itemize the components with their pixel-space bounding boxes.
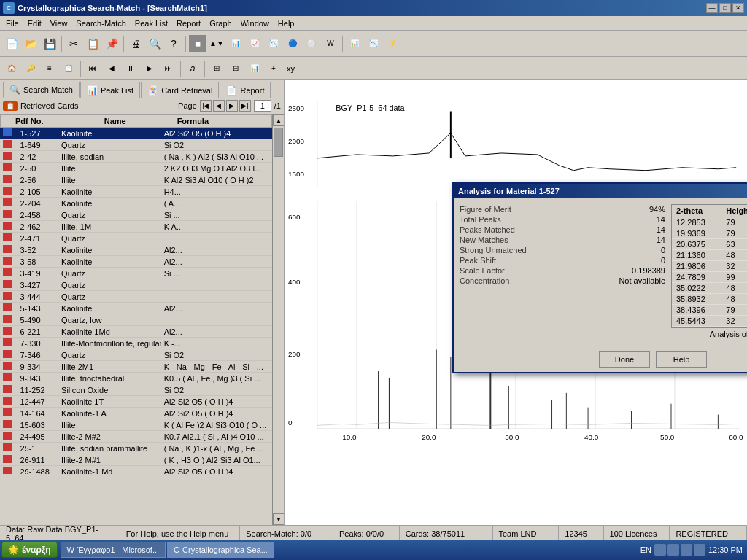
toolbar-copy[interactable]: 📋 (84, 35, 101, 52)
toolbar-b11[interactable]: ⚡ (384, 35, 401, 52)
done-button[interactable]: Done (599, 351, 650, 368)
table-row[interactable]: 2-56 Illite K Al2 Si3 Al O10 ( O H )2 (0, 174, 272, 186)
table-row[interactable]: 3-444 Quartz (0, 291, 272, 303)
toolbar-b8[interactable]: W (322, 35, 339, 52)
table-row[interactable]: 2-204 Kaolinite ( A... (0, 198, 272, 209)
tab-peak-list[interactable]: 📊 Peak List (80, 82, 140, 98)
col-name[interactable]: Name (101, 115, 174, 128)
gt-next[interactable]: ▶ (141, 60, 158, 77)
table-row[interactable]: 26-911 Illite-2 M#1 ( K , H3 O ) Al2 Si3… (0, 454, 272, 466)
menu-help[interactable]: Help (274, 18, 299, 29)
toolbar-b1[interactable]: ◼ (189, 35, 206, 52)
toolbar-b3[interactable]: 📊 (227, 35, 244, 52)
table-row[interactable]: 6-221 Kaolinite 1Md Al2... (0, 326, 272, 338)
toolbar-b6[interactable]: 🔵 (284, 35, 301, 52)
gt-b1[interactable]: ⊟ (227, 60, 244, 77)
gt-italic[interactable]: a (184, 60, 201, 77)
gt-btn1[interactable]: 🏠 (3, 60, 20, 77)
table-row[interactable]: 2-458 Quartz Si ... (0, 209, 272, 221)
toolbar-b10[interactable]: 📉 (365, 35, 382, 52)
svg-text:600: 600 (288, 213, 301, 221)
toolbar-b5[interactable]: 📉 (265, 35, 282, 52)
toolbar-new[interactable]: 📄 (3, 35, 20, 52)
tab-card-retrieval[interactable]: 🃏 Card Retrieval (141, 82, 219, 98)
menu-window[interactable]: Window (236, 18, 274, 29)
table-row[interactable]: 5-143 Kaolinite Al2... (0, 303, 272, 314)
table-row[interactable]: 11-252 Silicon Oxide Si O2 (0, 384, 272, 396)
menu-peak-list[interactable]: Peak List (131, 18, 172, 29)
gt-btn4[interactable]: 📋 (60, 60, 77, 77)
table-row[interactable]: 2-105 Kaolinite H4... (0, 186, 272, 198)
col-pdf[interactable]: Pdf No. (12, 115, 101, 128)
taskbar-crystallographica[interactable]: C Crystallographica Sea... (167, 542, 274, 558)
toolbar-b7[interactable]: ⚪ (303, 35, 320, 52)
menu-view[interactable]: View (46, 18, 72, 29)
toolbar-b2[interactable]: ▲▼ (208, 35, 225, 52)
maximize-button[interactable]: □ (719, 3, 731, 13)
table-row[interactable]: 1-527 Kaolinite Al2 Si2 O5 (O H )4 (0, 128, 272, 139)
toolbar-open[interactable]: 📂 (22, 35, 39, 52)
first-page-btn[interactable]: |◀ (200, 100, 212, 112)
toolbar-paste[interactable]: 📌 (103, 35, 120, 52)
gt-stop[interactable]: ⏸ (122, 60, 139, 77)
table-row[interactable]: 12-447 Kaolinite 1T Al2 Si2 O5 ( O H )4 (0, 396, 272, 408)
toolbar-cut[interactable]: ✂ (65, 35, 82, 52)
table-row[interactable]: 25-1 Illite, sodian brammallite ( Na , K… (0, 443, 272, 454)
menu-graph[interactable]: Graph (205, 18, 236, 29)
table-row[interactable]: 9-343 Illite, trioctahedral K0.5 ( Al , … (0, 373, 272, 384)
table-row[interactable]: 29-1488 Kaolinite-1 Md Al2 Si2 O5 ( O H … (0, 466, 272, 475)
table-row[interactable]: 2-462 Illite, 1M K A... (0, 221, 272, 233)
menu-search-match[interactable]: Search-Match (71, 18, 130, 29)
scroll-up[interactable]: ▲ (273, 114, 284, 126)
table-row[interactable]: 15-603 Illite K ( Al Fe )2 Al Si3 O10 ( … (0, 419, 272, 431)
gt-prev-prev[interactable]: ⏮ (84, 60, 101, 77)
table-row[interactable]: 3-52 Kaolinite Al2... (0, 244, 272, 256)
gt-b2[interactable]: 📊 (246, 60, 263, 77)
stat-fom-value: 94% (649, 205, 665, 214)
gt-btn2[interactable]: 🔑 (22, 60, 39, 77)
table-row[interactable]: 7-346 Quartz Si O2 (0, 349, 272, 361)
prev-page-btn[interactable]: ◀ (213, 100, 225, 112)
help-button[interactable]: Help (656, 351, 707, 368)
taskbar-word[interactable]: W Έγγραφο1 - Microsof... (61, 542, 166, 558)
toolbar-print[interactable]: 🖨 (127, 35, 144, 52)
toolbar-b4[interactable]: 📈 (246, 35, 263, 52)
table-row[interactable]: 5-490 Quartz, low (0, 314, 272, 326)
peak-height: 79 (721, 305, 747, 316)
toolbar-search[interactable]: 🔍 (146, 35, 163, 52)
table-row[interactable]: 24-495 Illite-2 M#2 K0.7 Al2.1 ( Si , Al… (0, 431, 272, 443)
last-page-btn[interactable]: ▶| (239, 100, 251, 112)
tab-search-match[interactable]: 🔍 Search Match (3, 82, 80, 98)
minimize-button[interactable]: — (706, 3, 718, 13)
toolbar-save[interactable]: 💾 (41, 35, 58, 52)
tab-report[interactable]: 📄 Report (220, 82, 271, 98)
start-button[interactable]: 🌟 έναρξη (1, 542, 58, 558)
table-row[interactable]: 1-649 Quartz Si O2 (0, 139, 272, 151)
menu-file[interactable]: File (1, 18, 23, 29)
scroll-down[interactable]: ▼ (273, 513, 284, 525)
gt-btn3[interactable]: ≡ (41, 60, 58, 77)
gt-grid[interactable]: ⊞ (208, 60, 225, 77)
close-button[interactable]: ✕ (732, 3, 744, 13)
menu-edit[interactable]: Edit (23, 18, 46, 29)
table-row[interactable]: 3-427 Quartz (0, 279, 272, 291)
gt-next-next[interactable]: ⏭ (160, 60, 177, 77)
page-input[interactable] (254, 100, 271, 112)
gt-prev[interactable]: ◀ (103, 60, 120, 77)
table-row[interactable]: 2-471 Quartz (0, 233, 272, 244)
menu-report[interactable]: Report (172, 18, 205, 29)
table-row[interactable]: 14-164 Kaolinite-1 A Al2 Si2 O5 ( O H )4 (0, 408, 272, 419)
toolbar-b9[interactable]: 📊 (346, 35, 363, 52)
gt-b3[interactable]: + (265, 60, 282, 77)
table-row[interactable]: 3-419 Quartz Si ... (0, 268, 272, 279)
table-row[interactable]: 2-42 Illite, sodian ( Na , K ) Al2 ( Si3… (0, 151, 272, 163)
scroll-thumb[interactable] (274, 128, 283, 157)
table-row[interactable]: 2-50 Illite 2 K2 O I3 Mg O I Al2 O3 I... (0, 163, 272, 174)
table-row[interactable]: 3-58 Kaolinite Al2... (0, 256, 272, 268)
col-formula[interactable]: Formula (174, 115, 271, 128)
next-page-btn[interactable]: ▶ (226, 100, 238, 112)
scrollbar[interactable]: ▲ ▼ (272, 114, 284, 525)
table-row[interactable]: 7-330 Illite-Montmorillonite, regular K … (0, 338, 272, 349)
table-row[interactable]: 9-334 Illite 2M1 K - Na - Mg - Fe - Al -… (0, 361, 272, 373)
toolbar-help[interactable]: ? (165, 35, 182, 52)
